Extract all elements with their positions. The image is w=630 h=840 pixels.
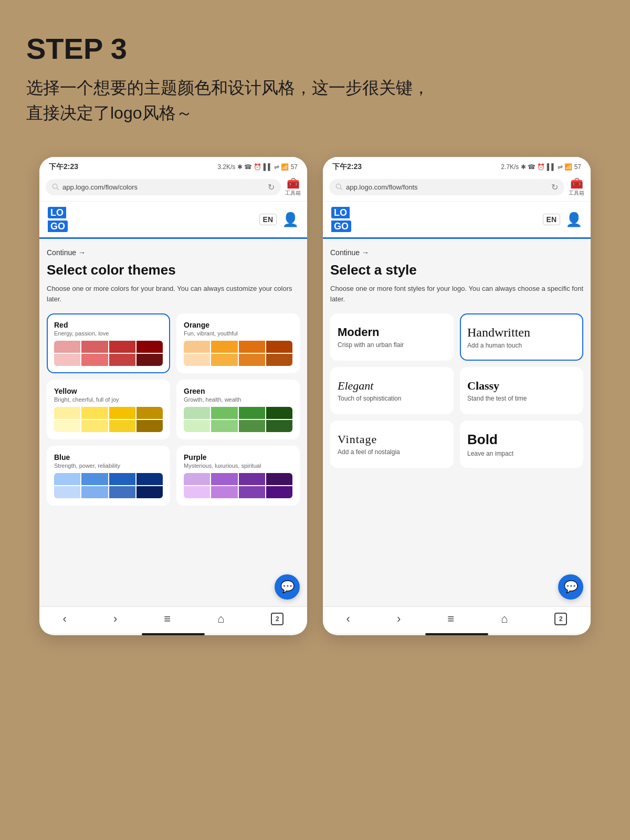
nav-forward-left[interactable]: ›	[113, 612, 117, 626]
url-bar-left[interactable]: app.logo.com/flow/colors ↻	[46, 179, 281, 195]
style-desc-bold: Leave an impact	[467, 450, 576, 457]
style-desc-vintage: Add a feel of nostalgia	[338, 448, 446, 456]
swatch	[184, 407, 210, 419]
swatch	[266, 407, 292, 419]
swatch	[81, 486, 108, 498]
lang-btn-right[interactable]: EN	[543, 214, 560, 225]
style-name-elegant: Elegant	[338, 379, 446, 393]
style-card-bold[interactable]: BoldLeave an impact	[460, 421, 583, 468]
header-right-right: EN 👤	[543, 212, 582, 228]
refresh-left[interactable]: ↻	[268, 182, 275, 192]
app-header-left: LO GO EN 👤	[39, 202, 307, 239]
color-card-title: Purple	[184, 453, 292, 461]
color-grid: RedEnergy, passion, loveOrangeFun, vibra…	[47, 313, 300, 506]
swatch	[109, 473, 135, 485]
swatch	[239, 420, 265, 432]
swatch	[109, 341, 135, 353]
phone-content-right: Continue → Select a style Choose one or …	[323, 239, 591, 606]
search-icon-right	[335, 183, 343, 191]
url-bar-right[interactable]: app.logo.com/flow/fonts ↻	[329, 179, 564, 195]
swatch	[54, 486, 80, 498]
swatch	[239, 486, 265, 498]
toolbox-right[interactable]: 🧰 工具箱	[569, 177, 584, 197]
page-heading-left: Select color themes	[47, 262, 300, 278]
style-card-modern[interactable]: ModernCrisp with an urban flair	[330, 313, 454, 361]
nav-home-right[interactable]: ⌂	[501, 612, 508, 626]
continue-link-left[interactable]: Continue →	[47, 248, 300, 257]
nav-home-left[interactable]: ⌂	[217, 612, 224, 626]
swatch	[109, 407, 135, 419]
toolbox-left[interactable]: 🧰 工具箱	[285, 177, 301, 197]
swatch	[109, 486, 135, 498]
color-card-yellow[interactable]: YellowBright, cheerful, full of joy	[47, 380, 170, 439]
nav-badge-left[interactable]: 2	[271, 613, 284, 625]
swatch	[81, 473, 108, 485]
header-right-left: EN 👤	[259, 212, 299, 228]
color-card-desc: Mysterious, luxurious, spiritual	[184, 463, 292, 469]
color-card-desc: Energy, passion, love	[54, 330, 163, 337]
swatch	[184, 420, 210, 432]
style-card-elegant[interactable]: ElegantTouch of sophistication	[330, 367, 454, 414]
color-swatches	[184, 407, 292, 432]
color-card-purple[interactable]: PurpleMysterious, luxurious, spiritual	[176, 446, 300, 506]
color-card-title: Yellow	[54, 387, 163, 395]
page-heading-right: Select a style	[330, 262, 583, 278]
svg-line-3	[340, 188, 342, 190]
logo-go-right: GO	[331, 220, 351, 232]
url-text-right: app.logo.com/flow/fonts	[346, 183, 548, 191]
search-icon-left	[52, 183, 59, 191]
bottom-nav-left: ‹ › ≡ ⌂ 2	[39, 606, 307, 633]
color-card-desc: Bright, cheerful, full of joy	[54, 396, 163, 403]
nav-menu-right[interactable]: ≡	[447, 612, 454, 626]
nav-back-right[interactable]: ‹	[346, 612, 350, 626]
swatch	[81, 407, 108, 419]
chat-fab-right[interactable]: 💬	[558, 574, 583, 600]
refresh-right[interactable]: ↻	[551, 182, 558, 192]
color-card-red[interactable]: RedEnergy, passion, love	[47, 313, 170, 373]
swatch	[211, 341, 237, 353]
swatch	[211, 473, 237, 485]
color-card-blue[interactable]: BlueStrength, power, reliability	[47, 446, 170, 506]
color-card-orange[interactable]: OrangeFun, vibrant, youthful	[176, 313, 300, 373]
browser-bar-right: app.logo.com/flow/fonts ↻ 🧰 工具箱	[323, 174, 591, 202]
nav-menu-left[interactable]: ≡	[164, 612, 171, 626]
swatch	[184, 341, 210, 353]
phone-content-left: Continue → Select color themes Choose on…	[39, 239, 307, 606]
style-card-vintage[interactable]: VintageAdd a feel of nostalgia	[330, 421, 454, 468]
swatch	[239, 407, 265, 419]
chat-fab-left[interactable]: 💬	[275, 574, 300, 600]
nav-badge-right[interactable]: 2	[554, 613, 567, 625]
logo-lo-left: LO	[48, 207, 66, 218]
user-icon-right[interactable]: 👤	[565, 212, 582, 228]
color-card-title: Red	[54, 321, 163, 329]
swatch	[109, 420, 135, 432]
step-description: 选择一个想要的主题颜色和设计风格，这一步很关键，直接决定了logo风格～	[26, 75, 604, 125]
color-swatches	[54, 341, 163, 366]
style-card-classy[interactable]: ClassyStand the test of time	[460, 367, 583, 414]
color-swatches	[184, 341, 292, 366]
style-name-modern: Modern	[338, 326, 446, 339]
user-icon-left[interactable]: 👤	[282, 212, 299, 228]
lang-btn-left[interactable]: EN	[259, 214, 277, 225]
browser-bar-left: app.logo.com/flow/colors ↻ 🧰 工具箱	[39, 174, 307, 202]
status-bar-left: 下午2:23 3.2K/s ✱ ☎ ⏰ ▌▌ ⇌ 📶 57	[39, 157, 307, 174]
continue-link-right[interactable]: Continue →	[330, 248, 583, 257]
time-right: 下午2:23	[332, 162, 362, 172]
color-card-desc: Strength, power, reliability	[54, 463, 163, 469]
swatch	[239, 473, 265, 485]
nav-back-left[interactable]: ‹	[63, 612, 67, 626]
swatch	[136, 473, 163, 485]
style-card-handwritten[interactable]: HandwrittenAdd a human touch	[460, 313, 583, 361]
page-subtext-left: Choose one or more colors for your brand…	[47, 284, 300, 304]
swatch	[54, 473, 80, 485]
color-card-green[interactable]: GreenGrowth, health, wealth	[176, 380, 300, 439]
swatch	[54, 354, 80, 366]
toolbox-label-left: 工具箱	[285, 190, 301, 197]
style-name-bold: Bold	[467, 432, 576, 448]
swatch	[136, 407, 163, 419]
swatch	[266, 354, 292, 366]
color-swatches	[54, 473, 163, 498]
color-swatches	[184, 473, 292, 498]
nav-forward-right[interactable]: ›	[397, 612, 401, 626]
swatch	[184, 473, 210, 485]
